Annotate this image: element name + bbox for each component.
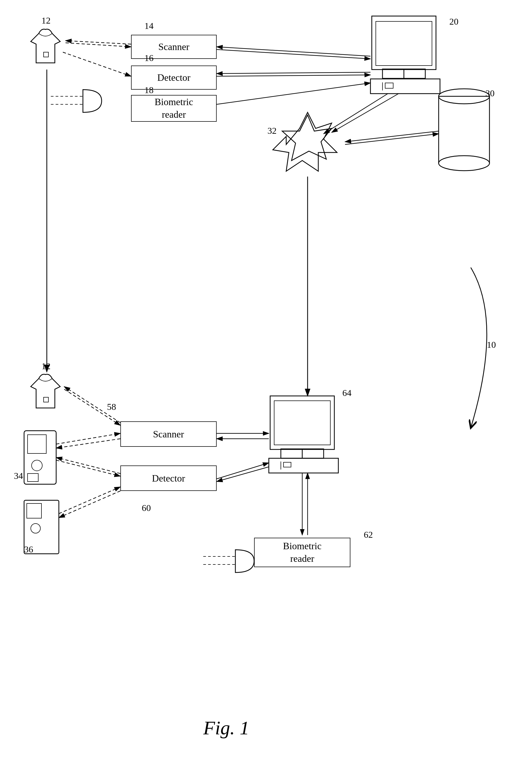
svg-line-17 — [217, 49, 370, 59]
detector-box-top: Detector — [131, 66, 217, 90]
ref-12-bot: 12 — [41, 361, 51, 371]
svg-rect-12 — [44, 52, 48, 57]
svg-point-10 — [439, 156, 489, 171]
svg-line-44 — [56, 433, 120, 444]
svg-rect-28 — [24, 431, 56, 484]
svg-rect-33 — [27, 503, 41, 518]
svg-rect-38 — [274, 401, 330, 445]
detector-label-top: Detector — [157, 72, 190, 83]
svg-rect-8 — [439, 96, 489, 163]
scanner-box-bot: Scanner — [120, 421, 217, 447]
ref-32: 32 — [267, 126, 277, 136]
ref-34: 34 — [14, 471, 23, 481]
svg-rect-29 — [28, 435, 46, 453]
scanner-box-top: Scanner — [131, 35, 217, 59]
svg-marker-11 — [273, 112, 337, 171]
svg-line-23 — [345, 131, 439, 142]
svg-line-53 — [217, 467, 269, 482]
svg-rect-5 — [370, 79, 440, 94]
svg-line-47 — [56, 457, 120, 474]
ref-60: 60 — [142, 503, 151, 513]
svg-rect-41 — [284, 462, 291, 467]
svg-line-15 — [66, 41, 131, 44]
ref-58: 58 — [107, 402, 116, 412]
biometric-label-top: Biometric reader — [155, 96, 193, 121]
ref-12-top: 12 — [41, 16, 51, 26]
svg-rect-27 — [44, 397, 48, 402]
svg-rect-4 — [376, 21, 432, 66]
svg-rect-35 — [270, 396, 334, 449]
svg-line-24 — [345, 134, 439, 144]
svg-line-22 — [324, 94, 388, 134]
svg-point-34 — [31, 524, 40, 533]
figure-title: Fig. 1 — [203, 717, 249, 739]
svg-line-13 — [66, 43, 131, 47]
ref-30: 30 — [485, 88, 495, 98]
svg-line-16 — [217, 47, 370, 56]
diagram: Scanner Detector Biometric reader Scanne… — [0, 0, 532, 771]
svg-line-21 — [332, 94, 399, 132]
svg-rect-39 — [269, 458, 338, 473]
biometric-box-bot: Biometric reader — [254, 538, 350, 567]
ref-62: 62 — [364, 530, 373, 540]
biometric-box-top: Biometric reader — [131, 95, 217, 122]
svg-rect-1 — [372, 16, 436, 70]
svg-line-46 — [56, 460, 120, 476]
svg-rect-36 — [281, 449, 324, 458]
svg-line-49 — [59, 491, 120, 518]
detector-box-bot: Detector — [120, 465, 217, 491]
ref-14: 14 — [144, 21, 154, 31]
ref-20: 20 — [449, 17, 458, 27]
svg-line-18 — [217, 75, 370, 76]
ref-36: 36 — [24, 544, 33, 555]
scanner-label-bot: Scanner — [153, 429, 184, 440]
biometric-label-bot: Biometric reader — [283, 540, 322, 565]
svg-point-30 — [32, 460, 42, 471]
detector-label-bot: Detector — [152, 473, 185, 484]
svg-rect-7 — [385, 83, 393, 88]
ref-10: 10 — [487, 340, 496, 350]
svg-line-52 — [217, 463, 269, 479]
svg-rect-31 — [28, 474, 38, 482]
svg-line-20 — [217, 83, 370, 104]
svg-line-48 — [59, 487, 120, 514]
svg-line-14 — [63, 52, 131, 76]
svg-line-45 — [56, 439, 120, 448]
scanner-label-top: Scanner — [158, 41, 189, 52]
ref-16: 16 — [144, 53, 154, 63]
svg-point-9 — [439, 89, 489, 104]
ref-18: 18 — [144, 85, 154, 95]
ref-64: 64 — [342, 388, 351, 398]
svg-rect-2 — [382, 69, 425, 78]
svg-line-19 — [217, 72, 370, 74]
